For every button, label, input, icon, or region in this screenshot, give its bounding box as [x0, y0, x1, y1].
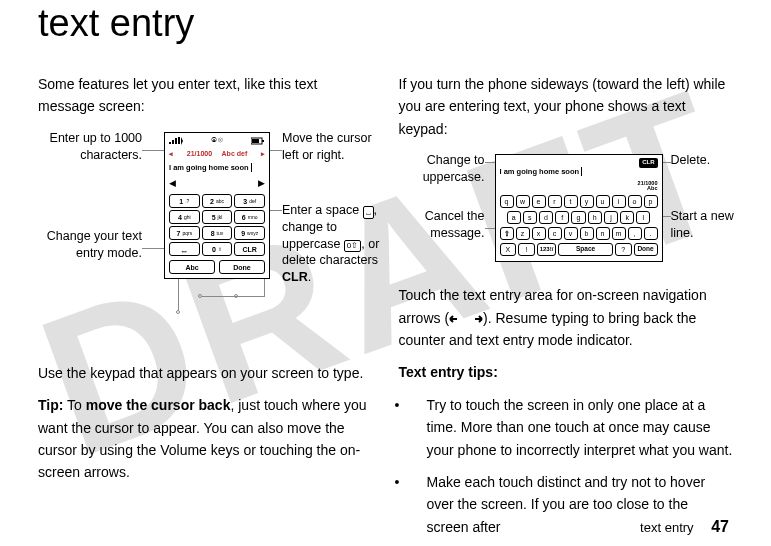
key-7[interactable]: 7pqrs [169, 226, 200, 240]
key-done[interactable]: Done [634, 243, 658, 256]
leader-line [663, 216, 671, 217]
key-d[interactable]: d [539, 211, 553, 224]
left-tip: Tip: To move the cursor back, just touch… [38, 394, 373, 484]
tip-rest: To [63, 397, 85, 413]
key-a[interactable]: a [507, 211, 521, 224]
key-z[interactable]: z [516, 227, 530, 240]
callout-cancel: Cancel the message. [399, 208, 485, 242]
key-5[interactable]: 5jkl [202, 210, 233, 224]
numeric-keypad: 1.? 2abc 3def 4ghi 5jkl 6mno 7pqrs 8tuv … [169, 194, 265, 256]
key-3[interactable]: 3def [234, 194, 265, 208]
key-p[interactable]: p [644, 195, 658, 208]
key-c[interactable]: c [548, 227, 562, 240]
typed-text[interactable]: I am going home soon [169, 162, 265, 174]
key-cancel[interactable]: X [500, 243, 517, 256]
key-0[interactable]: 0⇧ [202, 242, 233, 256]
callout-delete: Delete. [671, 152, 731, 169]
page-content: text entry Some features let you enter t… [0, 2, 771, 546]
key-w[interactable]: w [516, 195, 530, 208]
key-clr[interactable]: CLR [234, 242, 265, 256]
key-2[interactable]: 2abc [202, 194, 233, 208]
key-k[interactable]: k [620, 211, 634, 224]
key-r[interactable]: r [548, 195, 562, 208]
battery-icon [251, 137, 265, 145]
screen-arrows: ◀▶ [169, 176, 265, 190]
key-f[interactable]: f [555, 211, 569, 224]
arrow-left-icon[interactable]: ◀ [169, 176, 176, 190]
mode-indicator: Abc def [222, 150, 248, 157]
callout-period: . [308, 270, 311, 284]
tip-bold: move the cursor back [86, 397, 231, 413]
key-o[interactable]: o [628, 195, 642, 208]
softkey-right[interactable]: Done [219, 260, 265, 274]
leader-circle [234, 294, 238, 298]
softkey-left[interactable]: Abc [169, 260, 215, 274]
left-afterfig: Use the keypad that appears on your scre… [38, 362, 373, 384]
counter-row: ◂ 21/1000 Abc def ▸ [169, 148, 265, 159]
key-l[interactable]: l [636, 211, 650, 224]
columns: Some features let you enter text, like t… [38, 73, 733, 546]
bullet-2: Make each touch distinct and try not to … [399, 471, 734, 538]
right-intro: If you turn the phone sideways (toward t… [399, 73, 734, 140]
typed-text[interactable]: I am going home soon [500, 167, 583, 176]
leader-circle [198, 294, 202, 298]
svg-rect-1 [262, 140, 264, 142]
counter-left-arrow: ◂ [169, 148, 173, 159]
char-counter: 21/1000 [187, 150, 212, 157]
phone-mock-qwerty: CLR I am going home soon 21/1000Abc q w … [495, 154, 663, 262]
key-u[interactable]: u [596, 195, 610, 208]
qwerty-top-row: CLR I am going home soon 21/1000Abc [500, 158, 658, 192]
key-t[interactable]: t [564, 195, 578, 208]
qwerty-clr-badge[interactable]: CLR [639, 158, 657, 168]
callout-change-upper: Change to uppercase. [399, 152, 485, 186]
key-b[interactable]: b [580, 227, 594, 240]
phone-screen: ⦿ ⦾ ◂ 21/1000 Abc def ▸ I am going home … [164, 132, 270, 280]
counter-right-arrow: ▸ [261, 148, 265, 159]
key-question[interactable]: ? [615, 243, 632, 256]
key-j[interactable]: j [604, 211, 618, 224]
leader-line [142, 150, 164, 151]
key-y[interactable]: y [580, 195, 594, 208]
callout-enter-up: Enter up to 1000 characters. [38, 130, 142, 164]
key-e[interactable]: e [532, 195, 546, 208]
right-afterfig: Touch the text entry area for on-screen … [399, 284, 734, 351]
key-shift[interactable]: ⇧ [500, 227, 514, 240]
tip-lead: Tip: [38, 397, 63, 413]
arrow-right-icon[interactable]: ▶ [258, 176, 265, 190]
key-space[interactable]: ⎵ [169, 242, 200, 256]
key-space[interactable]: Space [558, 243, 613, 256]
qwerty-row-3: ⇧ z x c v b n m , . [500, 227, 658, 240]
left-column: Some features let you enter text, like t… [38, 73, 373, 546]
key-period[interactable]: . [644, 227, 658, 240]
bullet-1: Try to touch the screen in only one plac… [399, 394, 734, 461]
key-x[interactable]: x [532, 227, 546, 240]
key-m[interactable]: m [612, 227, 626, 240]
key-q[interactable]: q [500, 195, 514, 208]
svg-rect-2 [252, 139, 259, 143]
leader-circle [176, 310, 180, 314]
status-dots: ⦿ ⦾ [211, 136, 224, 146]
leader-line [663, 162, 671, 163]
right-column: If you turn the phone sideways (toward t… [399, 73, 734, 546]
key-8[interactable]: 8tuv [202, 226, 233, 240]
key-g[interactable]: g [571, 211, 585, 224]
callout-enter-space: Enter a space ⎵, change to uppercase 0⇧,… [282, 202, 386, 286]
key-v[interactable]: v [564, 227, 578, 240]
key-6[interactable]: 6mno [234, 210, 265, 224]
mode-indicator: 21/1000Abc [638, 181, 658, 193]
qwerty-row-2: a s d f g h j k l [500, 211, 658, 224]
signal-icon [169, 137, 183, 145]
key-4[interactable]: 4ghi [169, 210, 200, 224]
key-1[interactable]: 1.? [169, 194, 200, 208]
key-i[interactable]: i [612, 195, 626, 208]
callout-change-mode: Change your text entry mode. [38, 228, 142, 262]
key-s[interactable]: s [523, 211, 537, 224]
key-excl[interactable]: ! [518, 243, 535, 256]
figure-numeric-keypad: Enter up to 1000 characters. Change your… [38, 128, 373, 348]
key-n[interactable]: n [596, 227, 610, 240]
left-intro: Some features let you enter text, like t… [38, 73, 373, 118]
key-9[interactable]: 9wxyz [234, 226, 265, 240]
key-comma[interactable]: , [628, 227, 642, 240]
key-mode-toggle[interactable]: 123!/ [537, 243, 557, 256]
key-h[interactable]: h [588, 211, 602, 224]
